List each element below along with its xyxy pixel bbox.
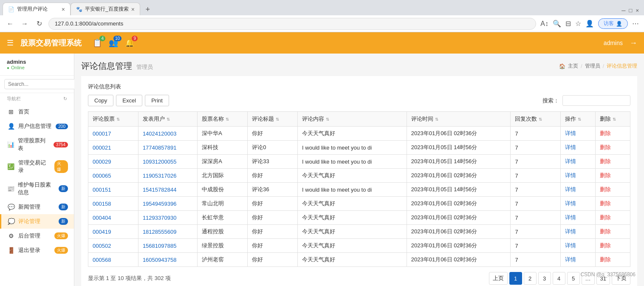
- cell-user-1: 17740857891: [138, 141, 197, 155]
- sidebar-item-users[interactable]: 👤 用户信息管理 200: [0, 119, 74, 133]
- back-button[interactable]: ←: [5, 20, 15, 28]
- stock-id-link-9[interactable]: 000568: [93, 257, 111, 263]
- cell-content-7: 今天天气真好: [298, 225, 407, 239]
- delete-link-2[interactable]: 删除: [600, 158, 611, 164]
- delete-link-5[interactable]: 删除: [600, 200, 611, 207]
- url-bar[interactable]: 127.0.0.1:8000/a/comments: [48, 18, 536, 30]
- maximize-button[interactable]: □: [629, 7, 633, 14]
- copy-button[interactable]: Copy: [88, 95, 113, 106]
- new-tab-button[interactable]: +: [142, 3, 154, 15]
- user-link-5[interactable]: 19549459396: [143, 201, 177, 207]
- tab1-close[interactable]: ×: [62, 6, 65, 13]
- bookmark-icon[interactable]: ☆: [575, 20, 581, 28]
- page-btn-3[interactable]: 3: [538, 272, 551, 285]
- cell-stock-name-6: 长虹华意: [198, 211, 248, 225]
- delete-link-0[interactable]: 删除: [600, 130, 611, 136]
- cell-stock-id-9: 000568: [88, 253, 138, 267]
- page-btn-4[interactable]: 4: [553, 272, 565, 285]
- delete-link-7[interactable]: 删除: [600, 228, 611, 235]
- detail-link-4[interactable]: 详情: [565, 186, 576, 193]
- print-button[interactable]: Print: [145, 95, 169, 106]
- stock-id-link-0[interactable]: 000017: [93, 130, 111, 137]
- delete-link-9[interactable]: 删除: [600, 256, 611, 263]
- sidebar-item-logout[interactable]: 🚪 退出登录 火爆: [0, 243, 74, 258]
- delete-link-1[interactable]: 删除: [600, 144, 611, 150]
- sidebar-item-admin[interactable]: ⚙ 后台管理 火爆: [0, 229, 74, 243]
- delete-link-4[interactable]: 删除: [600, 186, 611, 193]
- detail-link-9[interactable]: 详情: [565, 256, 576, 263]
- sidebar-item-daily[interactable]: 📰 维护每日股素信息 新: [0, 178, 74, 200]
- user-link-2[interactable]: 10931200055: [143, 159, 177, 165]
- sidebar-item-news-label: 新闻管理: [18, 203, 40, 211]
- page-btn-5[interactable]: 5: [567, 272, 580, 285]
- user-link-7[interactable]: 18128555609: [143, 229, 177, 235]
- admin-nav-badge: 火爆: [54, 232, 68, 239]
- browser-tab-2[interactable]: 🐾 平安银行_百度搜索 ×: [71, 3, 140, 15]
- visitor-button[interactable]: 访客 👤: [598, 18, 628, 29]
- split-icon[interactable]: ⊟: [565, 20, 571, 28]
- header-icon-clipboard[interactable]: 📋 4: [93, 38, 102, 48]
- forward-button[interactable]: →: [20, 20, 30, 28]
- cell-user-8: 15681097885: [138, 239, 197, 253]
- search-input[interactable]: [562, 95, 630, 106]
- cell-stock-id-4: 000151: [88, 183, 138, 197]
- detail-link-8[interactable]: 详情: [565, 242, 576, 249]
- user-link-1[interactable]: 17740857891: [143, 144, 177, 151]
- header-logout-icon[interactable]: →: [630, 39, 637, 48]
- stock-id-link-8[interactable]: 000502: [93, 243, 111, 249]
- sidebar-toggle-icon[interactable]: ☰: [7, 38, 14, 48]
- user-link-4[interactable]: 15415782844: [143, 187, 177, 193]
- more-options-icon[interactable]: ⋯: [632, 20, 639, 28]
- table-header-row: 评论股票⇅ 发表用户⇅ 股票名称⇅ 评论标题⇅ 评论内容⇅ 评论时间⇅ 回复次数…: [88, 112, 630, 127]
- detail-link-7[interactable]: 详情: [565, 228, 576, 235]
- header-icon-users[interactable]: 👥 10: [109, 38, 118, 48]
- cell-content-0: 今天天气真好: [298, 127, 407, 141]
- stock-id-link-6[interactable]: 000404: [93, 215, 111, 221]
- search-icon[interactable]: 🔍: [553, 20, 561, 28]
- stock-id-link-3[interactable]: 000065: [93, 173, 111, 179]
- detail-link-2[interactable]: 详情: [565, 158, 576, 164]
- header-icon-notifications[interactable]: 🔔 9: [125, 38, 134, 48]
- sidebar-item-stocks[interactable]: 📊 管理股票列表 3754: [0, 133, 74, 156]
- refresh-button[interactable]: ↻: [34, 20, 44, 28]
- excel-button[interactable]: Excel: [116, 95, 142, 106]
- user-link-9[interactable]: 16050943758: [143, 257, 177, 263]
- breadcrumb-home[interactable]: 主页: [568, 62, 578, 70]
- user-link-0[interactable]: 14024120003: [143, 130, 177, 137]
- stock-id-link-7[interactable]: 000419: [93, 229, 111, 235]
- sidebar-item-home[interactable]: ⊞ 首页: [0, 105, 74, 119]
- tab2-favicon: 🐾: [76, 6, 82, 12]
- sidebar-refresh-icon[interactable]: ↻: [63, 96, 67, 102]
- stock-id-link-4[interactable]: 000151: [93, 187, 111, 193]
- delete-link-6[interactable]: 删除: [600, 214, 611, 221]
- header-username[interactable]: admins: [604, 40, 623, 46]
- minimize-button[interactable]: ─: [621, 7, 625, 14]
- detail-link-0[interactable]: 详情: [565, 130, 576, 136]
- prev-page-button[interactable]: 上页: [489, 272, 508, 285]
- delete-link-8[interactable]: 删除: [600, 242, 611, 249]
- sidebar-item-transactions[interactable]: 💹 管理交易记录 火爆: [0, 156, 74, 178]
- sidebar-item-news[interactable]: 💬 新闻管理 新: [0, 200, 74, 214]
- breadcrumb-admin[interactable]: 管理员: [585, 62, 600, 70]
- translate-icon[interactable]: A↕: [540, 20, 548, 28]
- browser-tab-1[interactable]: 📄 管理用户评论 ×: [3, 3, 71, 15]
- stock-id-link-2[interactable]: 000029: [93, 159, 111, 165]
- tab2-close[interactable]: ×: [131, 6, 135, 13]
- detail-link-5[interactable]: 详情: [565, 200, 576, 207]
- detail-link-3[interactable]: 详情: [565, 172, 576, 178]
- user-link-8[interactable]: 15681097885: [143, 243, 177, 249]
- page-btn-1[interactable]: 1: [509, 272, 522, 285]
- user-link-6[interactable]: 11293370930: [143, 215, 177, 221]
- close-window-button[interactable]: ×: [636, 7, 639, 14]
- cell-stock-name-5: 常山北明: [198, 197, 248, 211]
- user-link-3[interactable]: 11905317026: [143, 173, 177, 179]
- profile-icon[interactable]: 👤: [585, 20, 594, 28]
- sidebar-search-input[interactable]: [4, 79, 76, 89]
- delete-link-3[interactable]: 删除: [600, 172, 611, 178]
- page-btn-2[interactable]: 2: [524, 272, 537, 285]
- stock-id-link-5[interactable]: 000158: [93, 201, 111, 207]
- detail-link-6[interactable]: 详情: [565, 214, 576, 221]
- sidebar-item-comments[interactable]: 💭 评论管理 新: [0, 214, 74, 229]
- stock-id-link-1[interactable]: 000021: [93, 144, 111, 151]
- detail-link-1[interactable]: 详情: [565, 144, 576, 150]
